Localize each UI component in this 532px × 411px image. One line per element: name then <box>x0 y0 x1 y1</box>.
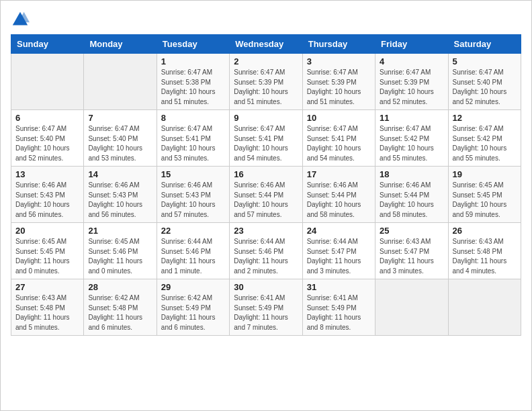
calendar-day-header: Sunday <box>11 35 84 54</box>
day-info: Sunrise: 6:47 AM Sunset: 5:42 PM Dayligh… <box>453 124 517 163</box>
calendar-day-header: Tuesday <box>157 35 229 54</box>
calendar-cell: 13Sunrise: 6:46 AM Sunset: 5:43 PM Dayli… <box>11 167 84 223</box>
day-number: 21 <box>88 226 152 236</box>
day-info: Sunrise: 6:41 AM Sunset: 5:49 PM Dayligh… <box>234 293 298 332</box>
day-info: Sunrise: 6:44 AM Sunset: 5:46 PM Dayligh… <box>234 237 298 276</box>
day-info: Sunrise: 6:46 AM Sunset: 5:43 PM Dayligh… <box>88 181 152 220</box>
day-number: 31 <box>307 282 371 292</box>
calendar-cell: 29Sunrise: 6:42 AM Sunset: 5:49 PM Dayli… <box>157 279 229 336</box>
calendar-cell: 10Sunrise: 6:47 AM Sunset: 5:41 PM Dayli… <box>302 110 375 167</box>
day-number: 8 <box>161 113 225 123</box>
calendar-cell: 7Sunrise: 6:47 AM Sunset: 5:40 PM Daylig… <box>84 110 157 167</box>
day-info: Sunrise: 6:46 AM Sunset: 5:44 PM Dayligh… <box>380 181 443 220</box>
day-info: Sunrise: 6:47 AM Sunset: 5:41 PM Dayligh… <box>234 124 298 163</box>
calendar-week-row: 27Sunrise: 6:43 AM Sunset: 5:48 PM Dayli… <box>11 279 521 336</box>
calendar-week-row: 13Sunrise: 6:46 AM Sunset: 5:43 PM Dayli… <box>11 167 521 223</box>
day-number: 17 <box>307 169 371 179</box>
calendar-cell <box>11 54 84 110</box>
calendar-cell: 25Sunrise: 6:43 AM Sunset: 5:47 PM Dayli… <box>375 223 448 279</box>
day-number: 11 <box>380 113 443 123</box>
calendar-cell: 24Sunrise: 6:44 AM Sunset: 5:47 PM Dayli… <box>302 223 375 279</box>
calendar-cell: 31Sunrise: 6:41 AM Sunset: 5:49 PM Dayli… <box>302 279 375 336</box>
calendar-cell: 1Sunrise: 6:47 AM Sunset: 5:38 PM Daylig… <box>157 54 229 110</box>
calendar-cell <box>448 279 521 336</box>
calendar-cell: 6Sunrise: 6:47 AM Sunset: 5:40 PM Daylig… <box>11 110 84 167</box>
day-info: Sunrise: 6:43 AM Sunset: 5:48 PM Dayligh… <box>453 237 517 276</box>
day-number: 28 <box>88 282 152 292</box>
day-info: Sunrise: 6:46 AM Sunset: 5:43 PM Dayligh… <box>161 181 225 220</box>
day-number: 23 <box>234 226 298 236</box>
calendar-cell: 22Sunrise: 6:44 AM Sunset: 5:46 PM Dayli… <box>157 223 229 279</box>
day-info: Sunrise: 6:43 AM Sunset: 5:47 PM Dayligh… <box>380 237 443 276</box>
calendar-page: SundayMondayTuesdayWednesdayThursdayFrid… <box>0 0 532 411</box>
calendar-cell: 28Sunrise: 6:42 AM Sunset: 5:48 PM Dayli… <box>84 279 157 336</box>
calendar-cell <box>375 279 448 336</box>
logo <box>11 10 32 29</box>
calendar-cell: 5Sunrise: 6:47 AM Sunset: 5:40 PM Daylig… <box>448 54 521 110</box>
calendar-cell: 26Sunrise: 6:43 AM Sunset: 5:48 PM Dayli… <box>448 223 521 279</box>
calendar-cell: 19Sunrise: 6:45 AM Sunset: 5:45 PM Dayli… <box>448 167 521 223</box>
calendar-week-row: 1Sunrise: 6:47 AM Sunset: 5:38 PM Daylig… <box>11 54 521 110</box>
calendar-cell: 2Sunrise: 6:47 AM Sunset: 5:39 PM Daylig… <box>230 54 302 110</box>
day-info: Sunrise: 6:45 AM Sunset: 5:45 PM Dayligh… <box>15 237 79 276</box>
day-number: 29 <box>161 282 225 292</box>
day-number: 27 <box>15 282 79 292</box>
calendar-day-header: Saturday <box>448 35 521 54</box>
calendar-day-header: Monday <box>84 35 157 54</box>
calendar-day-header: Friday <box>375 35 448 54</box>
calendar-cell: 17Sunrise: 6:46 AM Sunset: 5:44 PM Dayli… <box>302 167 375 223</box>
calendar-cell: 3Sunrise: 6:47 AM Sunset: 5:39 PM Daylig… <box>302 54 375 110</box>
header <box>11 7 521 29</box>
day-number: 6 <box>15 113 79 123</box>
day-number: 2 <box>234 56 298 66</box>
day-info: Sunrise: 6:47 AM Sunset: 5:39 PM Dayligh… <box>234 68 298 107</box>
day-number: 26 <box>453 226 517 236</box>
day-number: 1 <box>161 56 225 66</box>
calendar-week-row: 6Sunrise: 6:47 AM Sunset: 5:40 PM Daylig… <box>11 110 521 167</box>
day-info: Sunrise: 6:46 AM Sunset: 5:43 PM Dayligh… <box>15 181 79 220</box>
calendar-cell <box>84 54 157 110</box>
day-number: 20 <box>15 226 79 236</box>
calendar-cell: 30Sunrise: 6:41 AM Sunset: 5:49 PM Dayli… <box>230 279 302 336</box>
calendar-cell: 27Sunrise: 6:43 AM Sunset: 5:48 PM Dayli… <box>11 279 84 336</box>
day-info: Sunrise: 6:42 AM Sunset: 5:48 PM Dayligh… <box>88 293 152 332</box>
calendar-cell: 16Sunrise: 6:46 AM Sunset: 5:44 PM Dayli… <box>230 167 302 223</box>
day-info: Sunrise: 6:47 AM Sunset: 5:39 PM Dayligh… <box>380 68 443 107</box>
calendar-cell: 8Sunrise: 6:47 AM Sunset: 5:41 PM Daylig… <box>157 110 229 167</box>
calendar-cell: 23Sunrise: 6:44 AM Sunset: 5:46 PM Dayli… <box>230 223 302 279</box>
day-number: 12 <box>453 113 517 123</box>
day-info: Sunrise: 6:46 AM Sunset: 5:44 PM Dayligh… <box>234 181 298 220</box>
day-info: Sunrise: 6:43 AM Sunset: 5:48 PM Dayligh… <box>15 293 79 332</box>
calendar-cell: 11Sunrise: 6:47 AM Sunset: 5:42 PM Dayli… <box>375 110 448 167</box>
calendar-table: SundayMondayTuesdayWednesdayThursdayFrid… <box>11 34 521 336</box>
day-info: Sunrise: 6:47 AM Sunset: 5:41 PM Dayligh… <box>307 124 371 163</box>
day-info: Sunrise: 6:46 AM Sunset: 5:44 PM Dayligh… <box>307 181 371 220</box>
day-info: Sunrise: 6:47 AM Sunset: 5:38 PM Dayligh… <box>161 68 225 107</box>
day-number: 25 <box>380 226 443 236</box>
calendar-cell: 4Sunrise: 6:47 AM Sunset: 5:39 PM Daylig… <box>375 54 448 110</box>
day-info: Sunrise: 6:47 AM Sunset: 5:40 PM Dayligh… <box>453 68 517 107</box>
calendar-cell: 12Sunrise: 6:47 AM Sunset: 5:42 PM Dayli… <box>448 110 521 167</box>
day-info: Sunrise: 6:41 AM Sunset: 5:49 PM Dayligh… <box>307 293 371 332</box>
calendar-cell: 15Sunrise: 6:46 AM Sunset: 5:43 PM Dayli… <box>157 167 229 223</box>
day-number: 22 <box>161 226 225 236</box>
day-info: Sunrise: 6:44 AM Sunset: 5:46 PM Dayligh… <box>161 237 225 276</box>
day-info: Sunrise: 6:45 AM Sunset: 5:45 PM Dayligh… <box>453 181 517 220</box>
calendar-cell: 20Sunrise: 6:45 AM Sunset: 5:45 PM Dayli… <box>11 223 84 279</box>
day-number: 19 <box>453 169 517 179</box>
day-info: Sunrise: 6:47 AM Sunset: 5:40 PM Dayligh… <box>88 124 152 163</box>
day-number: 10 <box>307 113 371 123</box>
day-info: Sunrise: 6:45 AM Sunset: 5:46 PM Dayligh… <box>88 237 152 276</box>
day-info: Sunrise: 6:47 AM Sunset: 5:41 PM Dayligh… <box>161 124 225 163</box>
day-number: 14 <box>88 169 152 179</box>
day-number: 3 <box>307 56 371 66</box>
calendar-cell: 14Sunrise: 6:46 AM Sunset: 5:43 PM Dayli… <box>84 167 157 223</box>
day-number: 5 <box>453 56 517 66</box>
calendar-cell: 18Sunrise: 6:46 AM Sunset: 5:44 PM Dayli… <box>375 167 448 223</box>
day-info: Sunrise: 6:47 AM Sunset: 5:40 PM Dayligh… <box>15 124 79 163</box>
calendar-header-row: SundayMondayTuesdayWednesdayThursdayFrid… <box>11 35 521 54</box>
day-number: 13 <box>15 169 79 179</box>
calendar-week-row: 20Sunrise: 6:45 AM Sunset: 5:45 PM Dayli… <box>11 223 521 279</box>
calendar-cell: 21Sunrise: 6:45 AM Sunset: 5:46 PM Dayli… <box>84 223 157 279</box>
calendar-day-header: Thursday <box>302 35 375 54</box>
